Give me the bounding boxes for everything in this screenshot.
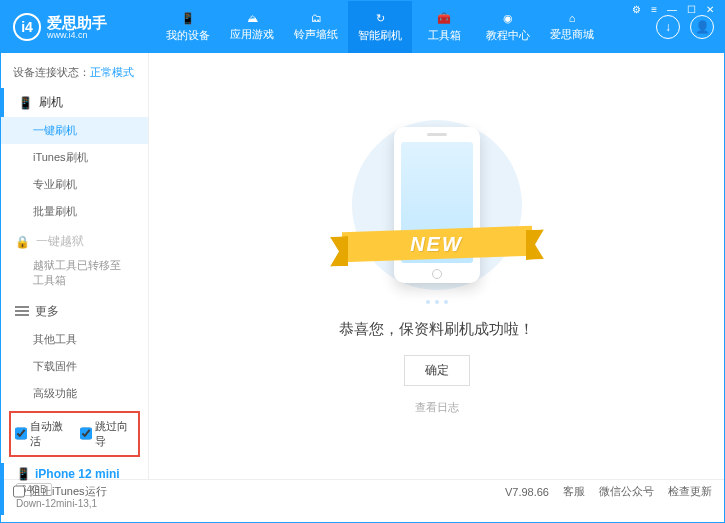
sidebar-more-item[interactable]: 高级功能 — [1, 380, 148, 407]
nav-4[interactable]: 🧰工具箱 — [412, 1, 476, 53]
nav-icon: ◉ — [503, 12, 513, 25]
sidebar-flash-item[interactable]: iTunes刷机 — [1, 144, 148, 171]
success-illustration: NEW — [322, 117, 552, 292]
section-jailbreak[interactable]: 🔒 一键越狱 — [1, 227, 148, 256]
logo-badge: i4 — [13, 13, 41, 41]
nav-3[interactable]: ↻智能刷机 — [348, 1, 412, 53]
auto-activate-checkbox[interactable]: 自动激活 — [15, 419, 70, 449]
download-button[interactable]: ↓ — [656, 15, 680, 39]
close-icon[interactable]: ✕ — [703, 4, 717, 15]
nav-icon: ⛰ — [247, 12, 258, 24]
nav-1[interactable]: ⛰应用游戏 — [220, 1, 284, 53]
nav-icon: ⌂ — [569, 12, 576, 24]
app-title: 爱思助手 — [47, 15, 107, 30]
user-button[interactable]: 👤 — [690, 15, 714, 39]
lock-icon: 🔒 — [15, 235, 30, 249]
menu-icon[interactable]: ≡ — [648, 4, 660, 15]
nav-icon: ↻ — [376, 12, 385, 25]
sidebar-flash-item[interactable]: 专业刷机 — [1, 171, 148, 198]
check-update-link[interactable]: 检查更新 — [668, 484, 712, 499]
nav-label: 应用游戏 — [230, 27, 274, 42]
sidebar-more-item[interactable]: 其他工具 — [1, 326, 148, 353]
customer-service-link[interactable]: 客服 — [563, 484, 585, 499]
connection-status: 设备连接状态：正常模式 — [1, 61, 148, 88]
nav-label: 工具箱 — [428, 28, 461, 43]
skip-guide-checkbox[interactable]: 跳过向导 — [80, 419, 135, 449]
nav-icon: 🧰 — [437, 12, 451, 25]
sidebar: 设备连接状态：正常模式 📱 刷机 一键刷机iTunes刷机专业刷机批量刷机 🔒 … — [1, 53, 149, 479]
nav-label: 智能刷机 — [358, 28, 402, 43]
nav-label: 教程中心 — [486, 28, 530, 43]
sidebar-flash-item[interactable]: 一键刷机 — [1, 117, 148, 144]
nav-0[interactable]: 📱我的设备 — [156, 1, 220, 53]
decorative-dots — [426, 300, 448, 304]
success-message: 恭喜您，保资料刷机成功啦！ — [339, 320, 534, 339]
device-detail: Down-12mini-13,1 — [16, 498, 136, 509]
menu-lines-icon — [15, 304, 29, 318]
device-icon: 📱 — [16, 467, 31, 481]
nav-5[interactable]: ◉教程中心 — [476, 1, 540, 53]
window-controls: ⚙ ≡ — ☐ ✕ — [629, 4, 717, 15]
view-log-link[interactable]: 查看日志 — [415, 400, 459, 415]
section-flash[interactable]: 📱 刷机 — [1, 88, 148, 117]
sidebar-more-item[interactable]: 下载固件 — [1, 353, 148, 380]
nav-icon: 📱 — [181, 12, 195, 25]
nav-label: 铃声墙纸 — [294, 27, 338, 42]
maximize-icon[interactable]: ☐ — [684, 4, 699, 15]
minimize-icon[interactable]: — — [664, 4, 680, 15]
nav-label: 我的设备 — [166, 28, 210, 43]
nav-label: 爱思商城 — [550, 27, 594, 42]
wechat-link[interactable]: 微信公众号 — [599, 484, 654, 499]
skin-icon[interactable]: ⚙ — [629, 4, 644, 15]
sidebar-flash-item[interactable]: 批量刷机 — [1, 198, 148, 225]
nav-icon: 🗂 — [311, 12, 322, 24]
nav-2[interactable]: 🗂铃声墙纸 — [284, 1, 348, 53]
ok-button[interactable]: 确定 — [404, 355, 470, 386]
nav-6[interactable]: ⌂爱思商城 — [540, 1, 604, 53]
app-url: www.i4.cn — [47, 30, 107, 40]
title-bar: i4 爱思助手 www.i4.cn 📱我的设备⛰应用游戏🗂铃声墙纸↻智能刷机🧰工… — [1, 1, 724, 53]
options-box: 自动激活 跳过向导 — [9, 411, 140, 457]
main-panel: NEW 恭喜您，保资料刷机成功啦！ 确定 查看日志 — [149, 53, 724, 479]
jailbreak-note: 越狱工具已转移至 工具箱 — [1, 256, 148, 295]
device-name: iPhone 12 mini — [35, 467, 120, 481]
main-nav: 📱我的设备⛰应用游戏🗂铃声墙纸↻智能刷机🧰工具箱◉教程中心⌂爱思商城 — [156, 1, 656, 53]
logo: i4 爱思助手 www.i4.cn — [1, 13, 156, 41]
version-label: V7.98.66 — [505, 486, 549, 498]
section-more[interactable]: 更多 — [1, 297, 148, 326]
block-itunes-checkbox[interactable]: 阻止iTunes运行 — [13, 484, 107, 499]
new-ribbon: NEW — [410, 233, 463, 256]
phone-icon: 📱 — [18, 96, 33, 110]
